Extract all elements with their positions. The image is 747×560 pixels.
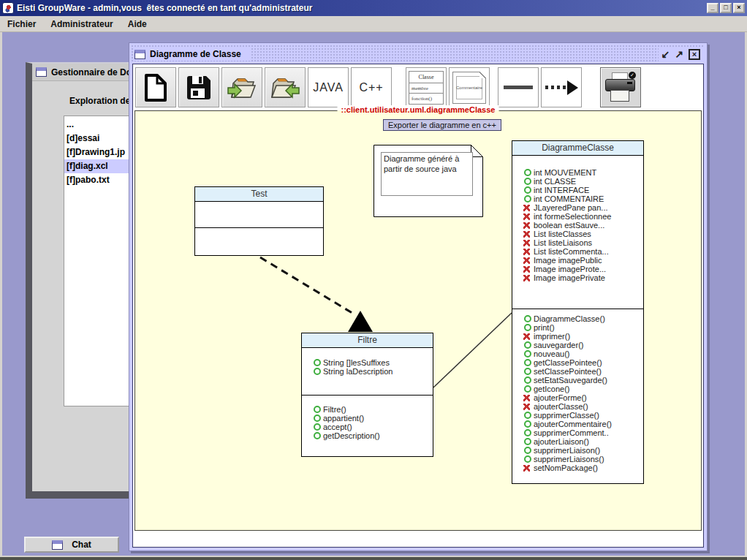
attributes-section: [195, 202, 323, 228]
method-row: imprimer(): [512, 332, 643, 341]
visibility-icon: [523, 257, 534, 265]
member-text: ajouterClasse(): [534, 402, 588, 411]
method-row: accept(): [302, 423, 433, 431]
line-tool-button[interactable]: [498, 67, 539, 107]
menu-item[interactable]: Administrateur: [43, 17, 120, 31]
new-page-icon: [140, 72, 171, 103]
print-button[interactable]: ✓: [600, 67, 641, 107]
uml-comment-note[interactable]: Diagramme généré à partir de source java: [374, 145, 483, 217]
attribute-row: List listeClasses: [512, 230, 643, 238]
maximize-button[interactable]: □: [720, 3, 732, 13]
member-text: int CLASSE: [534, 177, 576, 186]
uml-class-test[interactable]: Test: [194, 186, 324, 256]
java-label: JAVA: [313, 81, 344, 94]
diagram-title: Diagramme de Classe: [150, 49, 241, 59]
member-text: boolean estSauve...: [534, 221, 604, 230]
attribute-row: List listeLiaisons: [512, 238, 643, 247]
member-text: String laDescription: [323, 367, 393, 376]
member-text: accept(): [323, 423, 352, 431]
frame-close-icon[interactable]: ×: [689, 49, 700, 60]
visibility-icon: [523, 455, 534, 463]
diagram-content: JAVA C++ Classe membre fonction() Commen…: [132, 64, 704, 548]
method-row: ajouterForme(): [512, 393, 643, 402]
chat-label: Chat: [72, 540, 91, 550]
chat-taskbar-button[interactable]: Chat: [24, 537, 119, 553]
internal-frame-icon: [36, 67, 47, 77]
frame-minimize-icon[interactable]: ↙: [661, 49, 670, 59]
tooltip: Exporter le diagramme en c++: [383, 119, 501, 131]
comment-tool-button[interactable]: Commentaire: [449, 67, 490, 107]
frame-maximize-icon[interactable]: ↗: [675, 49, 683, 59]
attribute-row: Image imagePublic: [512, 256, 643, 265]
new-diagram-button[interactable]: [135, 67, 176, 107]
uml-class-filtre[interactable]: Filtre String []lesSuffixes String laDes…: [301, 333, 433, 457]
class-name: DiagrammeClasse: [512, 141, 643, 156]
java-export-button[interactable]: JAVA: [308, 67, 349, 107]
visibility-icon: [523, 178, 534, 186]
visibility-icon: [523, 169, 534, 177]
visibility-icon: [523, 429, 534, 437]
attribute-row: String laDescription: [302, 367, 433, 376]
visibility-icon: [523, 230, 534, 238]
member-text: List listeCommenta...: [534, 247, 609, 256]
menu-item[interactable]: Fichier: [0, 17, 43, 31]
line-icon: [504, 86, 533, 89]
export-button[interactable]: [221, 67, 262, 107]
member-text: String []lesSuffixes: [323, 358, 390, 367]
class-template-icon: Classe membre fonction(): [409, 71, 444, 105]
visibility-icon: [313, 359, 323, 367]
class-tool-button[interactable]: Classe membre fonction(): [406, 67, 447, 107]
attribute-row: JLayeredPane pan...: [512, 203, 643, 212]
class-name: Test: [195, 187, 323, 202]
attribute-row: int formeSelectionnee: [512, 212, 643, 221]
visibility-icon: [523, 412, 534, 420]
save-floppy-icon: [183, 72, 214, 103]
member-text: getClassePointee(): [534, 358, 602, 367]
menu-item[interactable]: Aide: [121, 17, 154, 31]
member-text: ajouterLiaison(): [534, 437, 589, 446]
member-text: nouveau(): [534, 349, 570, 358]
exploration-label: Exploration de: [69, 96, 130, 106]
close-button[interactable]: ×: [733, 3, 745, 13]
member-text: getIcone(): [534, 385, 570, 393]
visibility-icon: [523, 222, 534, 230]
member-text: appartient(): [323, 414, 364, 423]
attribute-row: Image imagePrivate: [512, 273, 643, 282]
member-text: print(): [534, 323, 555, 332]
window-titlebar: Eisti GroupWare - admin,vous êtes connec…: [0, 0, 747, 16]
comment-note-icon: Commentaire: [452, 72, 486, 104]
visibility-icon: [313, 415, 323, 423]
diagram-titlebar[interactable]: Diagramme de Classe ↙ ↗ ×: [132, 45, 705, 63]
diagram-canvas[interactable]: ::client.utilisateur.uml.diagrammeClasse…: [134, 110, 702, 531]
attribute-row: boolean estSauve...: [512, 221, 643, 230]
uml-class-diagramme-classe[interactable]: DiagrammeClasse int MOUVEMENT int CLASSE…: [512, 140, 644, 484]
visibility-icon: [313, 406, 323, 414]
method-row: setEtatSauvegarde(): [512, 376, 643, 385]
methods-section: Filtre() appartient() accept() getDescri…: [302, 396, 433, 440]
method-row: nouveau(): [512, 349, 643, 358]
cpp-label: C++: [359, 81, 383, 94]
member-text: Image imagePrivate: [534, 273, 605, 282]
import-button[interactable]: [265, 67, 306, 107]
cpp-export-button[interactable]: C++: [351, 67, 392, 107]
member-text: List listeClasses: [534, 230, 591, 238]
save-button[interactable]: [178, 67, 219, 107]
method-row: setClassePointee(): [512, 367, 643, 376]
visibility-icon: [523, 186, 534, 194]
dashed-dependency-line: [260, 257, 354, 314]
method-row: Filtre(): [302, 405, 433, 414]
member-text: sauvegarder(): [534, 341, 583, 349]
window-bottom-edge: [0, 557, 747, 560]
minimize-button[interactable]: _: [707, 3, 718, 13]
method-row: supprimerLiaisons(): [512, 455, 643, 463]
diagram-toolbar: JAVA C++ Classe membre fonction() Commen…: [133, 64, 703, 110]
method-row: sauvegarder(): [512, 341, 643, 349]
visibility-icon: [313, 432, 323, 440]
method-row: ajouterCommentaire(): [512, 420, 643, 428]
package-title: ::client.utilisateur.uml.diagrammeClasse: [338, 105, 499, 114]
member-text: JLayeredPane pan...: [534, 203, 608, 212]
arrow-tool-button[interactable]: [541, 67, 582, 107]
dotted-arrow-icon: [545, 80, 578, 95]
attributes-section: String []lesSuffixes String laDescriptio…: [302, 348, 433, 396]
method-row: supprimerComment..: [512, 428, 643, 437]
